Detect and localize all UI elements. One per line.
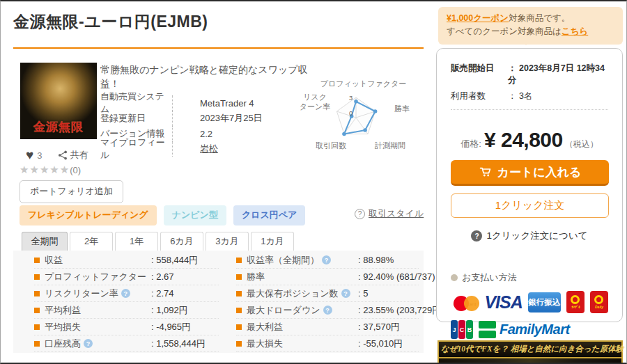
- trade-style-label: 取引スタイル: [369, 207, 424, 220]
- radar-axis-label: 勝率: [394, 104, 410, 114]
- table-row: リスクリターン率?: 2.74: [34, 285, 219, 302]
- period-tabs: 全期間 2年 1年 6カ月 3カ月 1カ月: [22, 232, 294, 251]
- star-icons: ★★★★★: [20, 164, 70, 175]
- detail-row: 自動売買システム MetaTrader 4: [100, 95, 309, 111]
- add-to-cart-button[interactable]: カートに入れる: [451, 160, 609, 186]
- ad-headline: なぜ10代でFXを？ 相場と自然に向き合った原体験: [438, 340, 623, 358]
- stat-label: 平均利益: [45, 304, 81, 317]
- bullet-icon: [34, 308, 40, 313]
- table-row: 最大損失: -55,010円: [236, 335, 419, 352]
- social-row: ♥ 3 共有: [26, 148, 88, 163]
- stat-value: : -55,010円: [358, 338, 403, 350]
- share-button[interactable]: 共有: [58, 149, 88, 161]
- price-value: ¥ 24,800: [484, 128, 563, 152]
- detail-value: 2.2: [173, 129, 212, 139]
- tab-1month[interactable]: 1カ月: [251, 232, 294, 251]
- price-line: 価格: ¥ 24,800 （税込）: [451, 128, 608, 152]
- add-portfolio-button[interactable]: ポートフォリオ追加: [20, 180, 123, 203]
- stat-value: : 23.55% (203,729円): [358, 304, 444, 317]
- stat-label: 最大保有ポジション数: [247, 287, 339, 300]
- help-icon[interactable]: ?: [121, 289, 130, 298]
- stat-value: : 2.67: [151, 271, 174, 282]
- tab-all-period[interactable]: 全期間: [22, 232, 68, 251]
- ad-image: [438, 358, 623, 364]
- stat-value: : 1,092円: [151, 304, 188, 317]
- user-count-value: ： 3名: [508, 90, 532, 102]
- coupon-here-link[interactable]: こちら: [562, 26, 588, 36]
- stat-label: 最大利益: [247, 321, 283, 333]
- coupon-text: 対象商品です。: [509, 13, 570, 23]
- daily-jp-word: ﾔﾏｻﾞｷ: [571, 305, 580, 309]
- price-label: 価格:: [460, 138, 481, 150]
- bullet-icon: [236, 291, 242, 296]
- one-click-order-button[interactable]: 1クリック注文: [451, 193, 609, 218]
- user-count-label: 利用者数: [451, 90, 508, 102]
- detail-row: 登録更新日 2023年7月25日: [100, 111, 309, 126]
- stat-label: リスクリターン率: [45, 287, 118, 300]
- jcb-letter: B: [466, 320, 473, 339]
- one-click-about-link[interactable]: ? 1クリック注文について: [451, 230, 608, 242]
- stats-column-right: 収益率（全期間）?: 88.98% 勝率: 92.40% (681/737) 最…: [236, 252, 419, 352]
- tab-3months[interactable]: 3カ月: [206, 232, 249, 251]
- stat-label: 平均損失: [45, 321, 81, 333]
- stat-value: : 5: [358, 288, 368, 299]
- jcb-logo: J C B: [451, 320, 473, 339]
- svg-text:3: 3: [349, 95, 353, 102]
- sale-start-value: ： 2023年8月7日 12時34分: [508, 63, 608, 86]
- bullet-icon: [34, 258, 40, 263]
- panel-divider: [451, 109, 608, 110]
- visa-logo: VISA: [484, 292, 522, 312]
- ad-banner[interactable]: なぜ10代でFXを？ 相場と自然に向き合った原体験: [438, 340, 623, 364]
- one-click-about-label: 1クリック注文について: [486, 230, 587, 242]
- tag-cross-yen-pair[interactable]: クロス円ペア: [233, 205, 306, 225]
- like-heart-icon[interactable]: ♥: [26, 148, 33, 163]
- help-icon[interactable]: ?: [341, 289, 350, 298]
- seller-profile-link[interactable]: 岩松: [200, 143, 218, 154]
- user-count-row: 利用者数 ： 3名: [451, 90, 608, 102]
- tab-2years[interactable]: 2年: [70, 232, 113, 251]
- table-row: 収益: 558,444円: [34, 252, 219, 269]
- tag-list: フレキシブルトレーディング ナンピン型 クロス円ペア: [20, 205, 305, 225]
- help-icon[interactable]: ?: [322, 255, 331, 264]
- rating-stars: ★★★★★(0): [20, 164, 81, 176]
- title-divider: [13, 47, 424, 49]
- bank-transfer-badge: 銀行振込: [528, 292, 561, 312]
- stat-value: : 92.40% (681/737): [358, 271, 435, 282]
- stat-label: 最大ドローダウン: [247, 304, 320, 317]
- help-icon[interactable]: ?: [323, 306, 332, 315]
- tag-nampin[interactable]: ナンピン型: [164, 205, 226, 225]
- stat-value: : 558,444円: [151, 254, 198, 267]
- payment-icons-row2: J C B FamilyMart: [451, 320, 608, 339]
- table-row: 最大ドローダウン?: 23.55% (203,729円): [236, 302, 419, 319]
- tab-6months[interactable]: 6カ月: [160, 232, 203, 251]
- detail-label: 登録更新日: [100, 112, 172, 125]
- table-row: 平均損失: -4,965円: [34, 319, 219, 335]
- table-row: 最大利益: 37,570円: [236, 319, 419, 335]
- bullet-icon: [34, 341, 40, 347]
- help-icon[interactable]: ?: [84, 339, 93, 348]
- product-image[interactable]: 金源無限: [20, 63, 97, 139]
- trade-style-link[interactable]: ? 取引スタイル: [355, 207, 424, 220]
- payment-methods-title: お支払い方法: [451, 271, 608, 284]
- sale-start-label: 販売開始日: [451, 63, 508, 86]
- familymart-mark-icon: [479, 321, 496, 338]
- familymart-word: FamilyMart: [500, 322, 570, 338]
- review-count: (0): [70, 165, 81, 175]
- bullet-icon: [236, 308, 242, 313]
- bullet-icon: [236, 258, 242, 263]
- tab-1year[interactable]: 1年: [115, 232, 158, 251]
- coupon-amount-link[interactable]: ¥1,000クーポン: [447, 13, 509, 23]
- radar-plot: 30: [327, 95, 385, 145]
- stat-label: 勝率: [247, 271, 265, 283]
- bullet-icon: [34, 291, 40, 296]
- bullet-icon: [34, 324, 40, 330]
- detail-label: マイプロフィール: [100, 136, 172, 161]
- page: 金源無限-ユーロ円(EJMB) ¥1,000クーポン対象商品です。 すべてのクー…: [0, 0, 627, 364]
- jcb-letter: J: [451, 320, 458, 339]
- detail-value: 2023年7月25日: [173, 112, 263, 125]
- tag-flexible-trading[interactable]: フレキシブルトレーディング: [20, 205, 157, 225]
- table-row: 収益率（全期間）?: 88.98%: [236, 252, 419, 269]
- daily-swirl-icon: [594, 295, 603, 304]
- like-count: 3: [37, 150, 42, 161]
- table-row: プロフィットファクター: 2.67: [34, 269, 219, 285]
